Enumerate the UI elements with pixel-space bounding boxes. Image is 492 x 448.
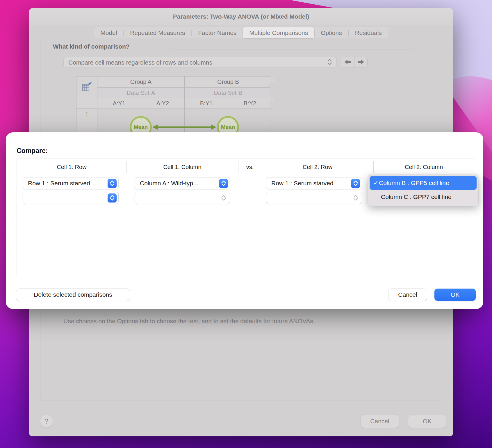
back-arrow-button[interactable]	[341, 57, 354, 67]
blue-stepper-icon[interactable]	[351, 179, 360, 188]
tab-factor-names[interactable]: Factor Names	[192, 27, 243, 38]
row1-cell1-column-select[interactable]: Column A : Wild-typ...	[135, 177, 230, 189]
popup-item-column-b[interactable]: ✓ Column B : GPP5 cell line	[370, 176, 477, 190]
sheet-cancel-button[interactable]: Cancel	[388, 289, 427, 301]
forward-arrow-button[interactable]	[354, 57, 367, 67]
window-ok-button[interactable]: OK	[408, 415, 446, 428]
desktop: Parameters: Two-Way ANOVA (or Mixed Mode…	[0, 0, 492, 448]
comparison-nav-buttons	[341, 57, 368, 68]
gray-stepper-icon[interactable]	[219, 193, 228, 202]
dataset-b-header: Data Set-B	[185, 88, 272, 98]
header-cell1-column: Cell 1: Column	[126, 159, 238, 175]
help-button[interactable]: ?	[40, 415, 53, 428]
row-header-spacer	[76, 98, 97, 109]
compare-sheet-title: Compare:	[17, 147, 48, 155]
question-mark-icon: ?	[45, 417, 49, 425]
column-header-by1: B:Y1	[185, 98, 228, 109]
cell2-column-popup-menu: ✓ Column B : GPP5 cell line Column C : G…	[368, 175, 478, 206]
table-corner-icon-cell	[76, 77, 97, 98]
header-cell1-row: Cell 1: Row	[17, 159, 126, 175]
tab-residuals[interactable]: Residuals	[349, 27, 388, 38]
row2-cell1-column-select[interactable]	[135, 192, 230, 204]
column-header-by2: B:Y2	[228, 98, 272, 109]
delete-comparisons-button[interactable]: Delete selected comparisons	[16, 289, 130, 301]
group-a-header: Group A	[97, 77, 185, 88]
row1-cell1-row-select[interactable]: Row 1 : Serum starved	[23, 177, 119, 189]
mean-comparison-arrow	[151, 122, 218, 132]
tab-repeated-measures[interactable]: Repeated Measures	[124, 27, 191, 38]
up-down-chevrons-icon	[327, 58, 333, 67]
comparison-kind-select[interactable]: Compare cell means regardless of rows an…	[63, 57, 337, 68]
column-header-ay1: A:Y1	[97, 98, 141, 109]
window-cancel-button[interactable]: Cancel	[361, 415, 399, 428]
blue-stepper-icon[interactable]	[108, 193, 117, 202]
group-b-header: Group B	[185, 77, 272, 88]
checkmark-icon: ✓	[370, 179, 379, 186]
blue-stepper-icon[interactable]	[219, 179, 228, 188]
window-titlebar: Parameters: Two-Way ANOVA (or Mixed Mode…	[29, 8, 453, 25]
comparisons-header-row: Cell 1: Row Cell 1: Column vs. Cell 2: R…	[17, 159, 474, 175]
header-separator	[373, 161, 374, 173]
header-cell2-column: Cell 2: Column	[373, 159, 474, 175]
tab-bar: Model Repeated Measures Factor Names Mul…	[29, 27, 453, 38]
heading-rule	[171, 49, 413, 49]
tab-multiple-comparisons[interactable]: Multiple Comparisons	[243, 27, 314, 38]
header-vs: vs.	[238, 159, 262, 175]
data-table-icon	[81, 82, 92, 93]
header-cell2-row: Cell 2: Row	[262, 159, 373, 175]
tab-options[interactable]: Options	[314, 27, 348, 38]
forward-arrow-icon	[357, 59, 365, 66]
row1-cell2-row-select[interactable]: Row 1 : Serum starved	[266, 177, 362, 189]
options-footer-note: Use choices on the Options tab to choose…	[63, 318, 315, 325]
header-separator	[126, 161, 127, 173]
window-title: Parameters: Two-Way ANOVA (or Mixed Mode…	[173, 13, 309, 20]
tab-model[interactable]: Model	[94, 27, 123, 38]
gray-stepper-icon[interactable]	[351, 193, 360, 202]
row2-cell1-row-select[interactable]	[23, 192, 119, 204]
comparison-kind-heading: What kind of comparison?	[53, 43, 130, 50]
comparison-kind-value: Compare cell means regardless of rows an…	[68, 59, 327, 66]
compare-sheet: Compare: Cell 1: Row Cell 1: Column vs. …	[6, 132, 483, 309]
row-number-cell: 1	[76, 109, 97, 135]
row2-cell2-row-select[interactable]	[266, 192, 362, 204]
dataset-a-header: Data Set-A	[97, 88, 185, 98]
header-separator	[262, 161, 262, 173]
column-header-ay2: A:Y2	[141, 98, 185, 109]
blue-stepper-icon[interactable]	[108, 179, 117, 188]
back-arrow-icon	[344, 59, 352, 66]
popup-item-column-c[interactable]: Column C : GPP7 cell line	[370, 190, 477, 204]
header-separator	[238, 161, 238, 173]
sheet-ok-button[interactable]: OK	[434, 289, 476, 301]
